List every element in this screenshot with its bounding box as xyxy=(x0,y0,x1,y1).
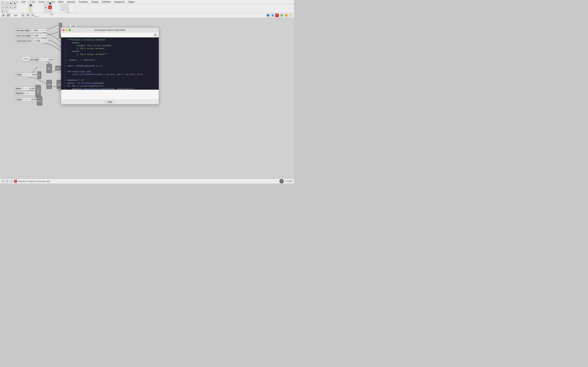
status-btn-1[interactable]: ⚙ xyxy=(1,180,5,183)
toolbar-input-5[interactable]: → xyxy=(44,9,48,13)
geo-node[interactable]: Geo xyxy=(70,24,77,28)
first-curve-height-track[interactable] xyxy=(39,30,46,31)
menu-kangaroo2[interactable]: Kangaroo2 xyxy=(113,1,125,3)
factor1-node[interactable]: Factor 25.000 xyxy=(15,73,40,76)
toolbar-input-6[interactable]: 🌸 xyxy=(48,9,52,13)
toolbar2-right-6[interactable]: ⚡ xyxy=(289,13,293,17)
toolbar2-right-2[interactable]: 🔷 xyxy=(270,13,274,17)
editor-titlebar: Grasshopper Python Script Editor xyxy=(61,28,159,33)
toolbar-btn-10[interactable]: ⊕ xyxy=(5,9,9,13)
toolbar-input-2[interactable]: ⬛ xyxy=(48,1,52,5)
second-inner-curve-track[interactable] xyxy=(42,41,48,41)
connector-height-track[interactable] xyxy=(40,59,47,60)
script-editor: Grasshopper Python Script Editor ▶ 1 """… xyxy=(61,27,159,104)
close-window-button[interactable] xyxy=(62,29,65,31)
code-text-10: import rhinoscriptsyntax as rs xyxy=(67,65,102,67)
toolbar-input-1[interactable]: ⬜ xyxy=(44,1,48,5)
toolbar-util-1[interactable]: ⬜ xyxy=(61,3,65,7)
toolbar-util-3[interactable]: 🧪 xyxy=(61,8,65,11)
second-inner-curve-port-right xyxy=(48,40,49,42)
status-right: 1.0.0007 xyxy=(279,179,293,183)
first-curve-height-node[interactable]: first curve height 0.050 xyxy=(15,28,48,32)
toolbar2-btn-1[interactable]: ⊞ xyxy=(1,13,5,17)
run-button[interactable]: ▶ xyxy=(154,33,157,37)
toolbar-btn-3[interactable]: ⬢ xyxy=(9,1,13,5)
toolbar2-right-5[interactable]: 🟠 xyxy=(284,13,288,17)
code-line-9: 9 xyxy=(62,61,157,65)
toolbar-input-3[interactable]: ▶ xyxy=(44,5,48,9)
toolbar-util-group: ⬜ → 🧪 + Util xyxy=(61,3,76,13)
code-line-5: 5 Output: xyxy=(62,50,157,53)
toolbar-util-expand[interactable]: + xyxy=(65,8,69,11)
toolbar-btn-9[interactable]: ◈ xyxy=(1,9,5,13)
status-btn-2[interactable]: 🔗 xyxy=(6,180,9,183)
inner-curve-height-track[interactable] xyxy=(40,35,46,36)
factor1-track[interactable] xyxy=(23,75,31,75)
toolbar-prim-1[interactable]: ○ xyxy=(29,0,33,3)
eye-icon[interactable]: 👁 xyxy=(26,13,30,17)
circle-node[interactable]: Circle xyxy=(22,56,30,61)
first-curve-height-port-left xyxy=(31,30,32,31)
code-line-11: 11 xyxy=(62,67,157,70)
help-button[interactable]: Help xyxy=(105,100,115,103)
zoom-display[interactable]: 100% xyxy=(11,14,20,17)
input-group-label: Input xyxy=(44,13,59,15)
code-line-3: 3 polygon: The x script variable xyxy=(62,44,157,47)
first-curve-height-port-right xyxy=(46,30,47,31)
status-btn-3[interactable]: 🔧 xyxy=(10,180,13,183)
menu-pufferfish[interactable]: Pufferfish xyxy=(101,1,111,3)
factor2-node[interactable]: Factor 15.000 xyxy=(15,98,39,101)
minimize-window-button[interactable] xyxy=(66,29,68,31)
extr1-node[interactable]: Extr xyxy=(46,64,52,73)
status-btn-4[interactable]: ✕ xyxy=(14,180,17,183)
line-num-5: 5 xyxy=(62,50,66,53)
toolbar2-right-3[interactable]: 🔴 xyxy=(275,13,279,17)
toolbar-btn-5[interactable]: ◎ xyxy=(1,5,5,9)
segments-track[interactable] xyxy=(29,93,35,93)
radius-node[interactable]: Radius 20.000 xyxy=(14,86,37,90)
toolbar-prim-2[interactable]: ⬛ xyxy=(29,3,33,7)
toolbar2-right-4[interactable]: 🟢 xyxy=(280,13,284,17)
toolbar-btn-7[interactable]: ⊟ xyxy=(9,5,13,9)
toolbar-util-2[interactable]: → xyxy=(65,3,69,7)
connector-height-port-right xyxy=(53,59,55,60)
toolbar-btn-6[interactable]: ⊞ xyxy=(5,5,9,9)
toolbar-prim-3[interactable]: 📐 xyxy=(29,8,33,11)
inner-curve-height-port-right xyxy=(46,35,47,36)
code-text-12: def midpoint(p1, p2): xyxy=(67,70,92,73)
code-text-14 xyxy=(67,76,69,79)
move2-node[interactable]: Move xyxy=(37,96,42,106)
editor-code[interactable]: 1 """Provides a scripting component. 2 I… xyxy=(61,37,159,90)
code-text-8: __author__ = "alexrasla" xyxy=(67,59,95,62)
line-num-11: 11 xyxy=(62,67,66,70)
second-inner-curve-node[interactable]: second inner curve 10.000 xyxy=(15,39,50,43)
canvas-area[interactable]: first curve height 0.050 inner curve hei… xyxy=(0,18,294,178)
traffic-lights xyxy=(62,29,71,31)
toolbar2-btn-2[interactable]: 💾 xyxy=(6,13,10,17)
geo-label: Geo xyxy=(72,25,75,27)
toolbar2-btn-fit[interactable]: ⊡ xyxy=(21,13,25,17)
toolbar-btn-2[interactable]: ⬡ xyxy=(5,1,9,5)
move1-node[interactable]: Move xyxy=(46,80,52,89)
pen-icon[interactable]: ✏ xyxy=(31,13,35,17)
menu-display[interactable]: Display xyxy=(91,1,99,3)
editor-toolbar: ▶ xyxy=(61,33,159,37)
code-text-15: midpoints = [] xyxy=(67,79,84,82)
toolbar-btn-1[interactable]: ✕ xyxy=(1,1,5,5)
line-num-6: 6 xyxy=(62,53,66,56)
segments-node[interactable]: Segments ◇ 4 xyxy=(14,91,37,95)
code-text-13: return rs.CreatePoint((p1.X + p2.X)/2, (… xyxy=(67,73,142,76)
radius-track[interactable] xyxy=(23,88,28,89)
toolbar-geometry-group: ✕ ⬡ ⬢ ⬟ ◎ ⊞ ⊟ ⊠ ◈ ⊕ Geometry xyxy=(1,1,28,15)
factor2-track[interactable] xyxy=(23,99,30,100)
cap-node[interactable]: Cap xyxy=(55,66,61,71)
menu-clipper[interactable]: Clipper xyxy=(127,1,135,3)
menu-transform[interactable]: Transform xyxy=(78,1,89,3)
maximize-window-button[interactable] xyxy=(69,29,71,31)
menu-intersect[interactable]: Intersect xyxy=(66,1,76,3)
toolbar2-right-1[interactable]: 🔵 xyxy=(266,13,270,17)
toolbar-input-4[interactable]: 🍎 xyxy=(48,5,52,9)
toolbar-btn-4[interactable]: ⬟ xyxy=(13,1,17,5)
inner-curve-height-node[interactable]: inner curve height 5.000 xyxy=(15,34,48,38)
toolbar-btn-8[interactable]: ⊠ xyxy=(13,5,17,9)
